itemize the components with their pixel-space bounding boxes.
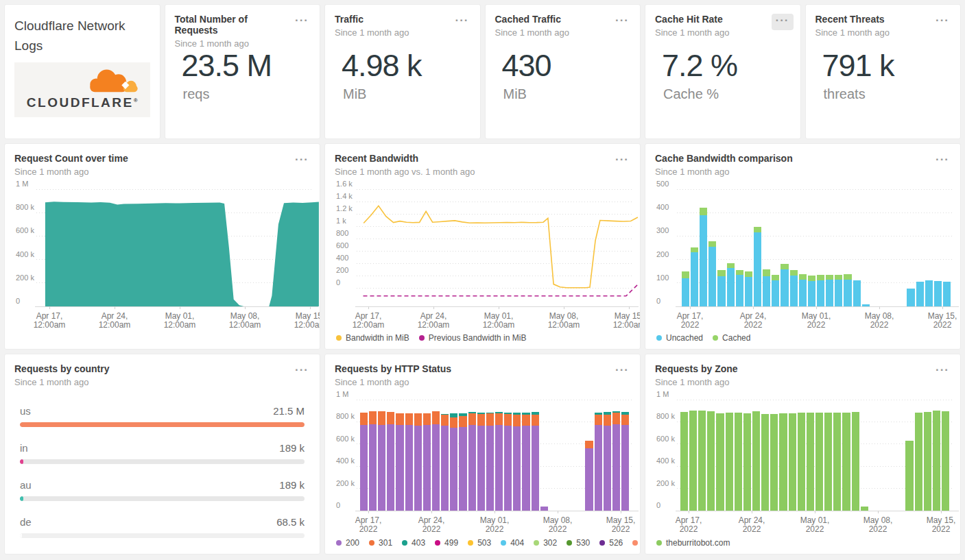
panel-subtitle: Since 1 month ago <box>335 27 409 38</box>
svg-text:200: 200 <box>336 266 348 274</box>
stat-unit: MiB <box>343 86 480 102</box>
legend-label: 302 <box>543 538 557 548</box>
svg-text:May 01,: May 01, <box>800 515 830 525</box>
country-bar <box>20 533 22 538</box>
legend-item-524[interactable]: 524 <box>632 538 641 548</box>
panel-menu-button[interactable]: ··· <box>931 153 953 169</box>
svg-text:2022: 2022 <box>422 524 441 534</box>
svg-text:800 k: 800 k <box>336 412 355 420</box>
legend-label: 200 <box>346 538 359 548</box>
legend-item-uncached[interactable]: Uncached <box>656 333 703 343</box>
legend-color-dot <box>656 540 662 546</box>
legend-item-499[interactable]: 499 <box>435 538 458 548</box>
country-label: in <box>20 442 28 454</box>
legend-item-503[interactable]: 503 <box>468 538 491 548</box>
panel-menu-button[interactable]: ··· <box>451 14 473 30</box>
svg-text:May 01,: May 01, <box>480 515 510 525</box>
legend-label: 503 <box>477 538 491 548</box>
panel-request-count: Request Count over time Since 1 month ag… <box>4 143 320 350</box>
legend-item-302[interactable]: 302 <box>534 538 557 548</box>
svg-text:May 01,: May 01, <box>802 311 831 321</box>
legend-item-cached[interactable]: Cached <box>713 333 750 343</box>
legend-item-403[interactable]: 403 <box>402 538 425 548</box>
panel-menu-button[interactable]: ··· <box>611 153 633 169</box>
svg-text:1 M: 1 M <box>16 180 28 188</box>
svg-text:1.6 k: 1.6 k <box>336 180 353 188</box>
panel-subtitle: Since 1 month ago <box>495 27 569 38</box>
cloudflare-cloud-icon <box>73 65 145 95</box>
svg-text:May 15,: May 15, <box>615 311 640 321</box>
svg-text:1.2 k: 1.2 k <box>336 204 353 212</box>
country-label: de <box>20 516 32 528</box>
panel-total-requests: Total Number of Requests Since 1 month a… <box>165 4 321 139</box>
svg-text:0: 0 <box>656 501 660 509</box>
svg-text:200 k: 200 k <box>336 479 355 487</box>
country-bar-track <box>20 496 305 501</box>
svg-text:2022: 2022 <box>359 524 378 534</box>
svg-text:12:00am: 12:00am <box>353 320 385 330</box>
panel-cached-traffic: Cached Traffic Since 1 month ago ··· 430… <box>485 4 641 139</box>
legend-item-theburritobot-com[interactable]: theburritobot.com <box>656 538 730 548</box>
svg-text:200 k: 200 k <box>656 479 675 487</box>
svg-text:12:00am: 12:00am <box>164 320 196 330</box>
panel-menu-button[interactable]: ··· <box>611 14 633 30</box>
panel-recent-bandwidth: Recent Bandwidth Since 1 month ago vs. 1… <box>324 143 641 350</box>
legend-label: 403 <box>412 538 425 548</box>
legend-item-previous-bandwidth-in-mib[interactable]: Previous Bandwidth in MiB <box>419 333 527 343</box>
svg-text:2022: 2022 <box>933 320 952 330</box>
panel-menu-button[interactable]: ··· <box>291 14 313 30</box>
country-value: 189 k <box>279 442 305 454</box>
svg-text:Apr 17,: Apr 17, <box>36 311 63 321</box>
panel-title: Recent Threats <box>815 14 890 25</box>
dashboard: Cloudflare Network Logs CLOUDFLARE® Tota… <box>0 0 965 560</box>
legend-item-bandwidth-in-mib[interactable]: Bandwidth in MiB <box>336 333 409 343</box>
svg-text:2022: 2022 <box>680 524 698 534</box>
legend-label: Cached <box>722 333 750 343</box>
svg-text:May 08,: May 08, <box>865 311 894 321</box>
svg-text:800: 800 <box>336 229 348 237</box>
svg-text:2022: 2022 <box>549 524 567 534</box>
stat-value: 23.5 M <box>182 50 320 81</box>
legend-color-dot <box>419 335 425 341</box>
svg-text:12:00am: 12:00am <box>548 320 580 330</box>
panel-title: Cache Bandwidth comparison <box>655 153 793 164</box>
panel-menu-button[interactable]: ··· <box>611 363 633 380</box>
svg-text:12:00am: 12:00am <box>229 320 261 330</box>
panel-cache-hit-rate: Cache Hit Rate Since 1 month ago ··· 7.2… <box>645 4 801 139</box>
svg-text:Apr 24,: Apr 24, <box>740 311 767 321</box>
dashboard-grid: Cloudflare Network Logs CLOUDFLARE® Tota… <box>4 4 961 556</box>
country-label: au <box>20 479 32 491</box>
legend-item-526[interactable]: 526 <box>599 538 623 548</box>
legend-item-301[interactable]: 301 <box>369 538 392 548</box>
svg-text:200: 200 <box>656 250 669 258</box>
panel-menu-button[interactable]: ··· <box>931 14 953 30</box>
panel-menu-button[interactable]: ··· <box>291 363 313 380</box>
svg-text:May 08,: May 08, <box>543 515 573 525</box>
country-bar <box>20 422 305 427</box>
svg-text:May 15,: May 15, <box>606 515 636 525</box>
svg-text:May 15,: May 15, <box>296 311 320 321</box>
panel-menu-button[interactable]: ··· <box>931 363 953 380</box>
cloudflare-logo: CLOUDFLARE® <box>14 62 150 117</box>
legend-color-dot <box>336 540 342 546</box>
panel-menu-button[interactable]: ··· <box>291 153 313 169</box>
panel-title: Request Count over time <box>14 153 128 164</box>
panel-subtitle: Since 1 month ago <box>655 377 738 387</box>
country-row-in: in189 k <box>20 442 305 454</box>
legend-label: 530 <box>576 538 590 548</box>
svg-text:Apr 17,: Apr 17, <box>355 515 382 525</box>
svg-text:1 M: 1 M <box>336 390 348 398</box>
legend-color-dot <box>632 540 638 546</box>
svg-text:0: 0 <box>336 278 340 287</box>
country-value: 68.5 k <box>276 516 305 528</box>
legend-item-530[interactable]: 530 <box>567 538 590 548</box>
chart-legend: theburritobot.com <box>656 538 730 548</box>
legend-item-404[interactable]: 404 <box>501 538 524 548</box>
svg-text:0: 0 <box>16 297 20 305</box>
legend-label: 526 <box>609 538 623 548</box>
legend-label: Previous Bandwidth in MiB <box>429 333 527 343</box>
panel-menu-button[interactable]: ··· <box>772 14 794 30</box>
svg-text:May 08,: May 08, <box>549 311 579 321</box>
svg-text:12:00am: 12:00am <box>613 320 640 330</box>
legend-item-200[interactable]: 200 <box>336 538 359 548</box>
